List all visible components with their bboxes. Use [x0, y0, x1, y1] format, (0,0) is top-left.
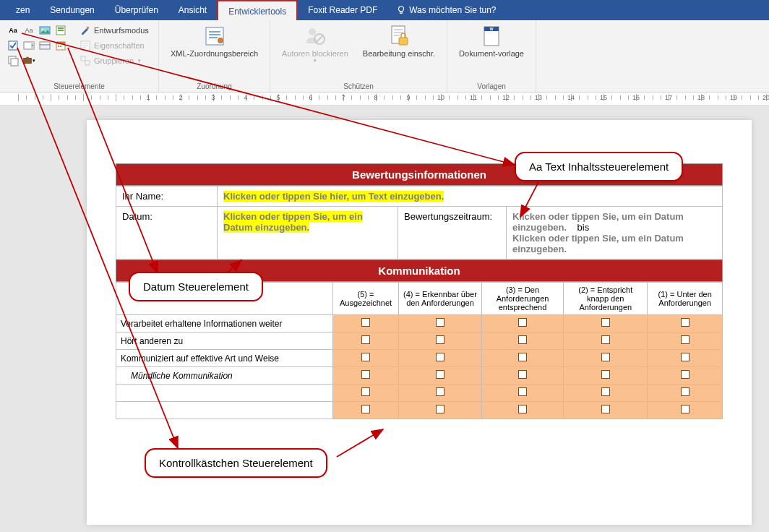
- table-row: [116, 385, 723, 402]
- communication-table: (5) = Ausgezeichnet (4) = Erkennbar über…: [116, 282, 723, 419]
- svg-rect-14: [58, 46, 59, 47]
- checkbox-cell[interactable]: [481, 367, 563, 385]
- checkbox-cell[interactable]: [564, 367, 648, 385]
- tab-zen[interactable]: zen: [6, 0, 40, 20]
- checkbox-cell[interactable]: [481, 332, 563, 350]
- document-template-button[interactable]: W Dokument-vorlage: [453, 23, 530, 58]
- row-label: Verarbeitet erhaltene Informationen weit…: [116, 315, 333, 332]
- plain-text-control-icon[interactable]: Aa: [22, 23, 36, 38]
- date-label: Datum:: [116, 207, 218, 259]
- period-field[interactable]: Klicken oder tippen Sie, um ein Datum ei…: [507, 207, 723, 259]
- tell-me-label: Was möchten Sie tun?: [409, 5, 496, 15]
- building-block-control-icon[interactable]: [53, 23, 68, 38]
- svg-rect-6: [58, 30, 64, 31]
- checkbox-cell[interactable]: [333, 402, 399, 419]
- checkbox-cell[interactable]: [333, 367, 399, 385]
- tab-foxit[interactable]: Foxit Reader PDF: [298, 0, 387, 20]
- properties-label: Eigenschaften: [94, 41, 145, 50]
- restrict-editing-button[interactable]: Bearbeitung einschr.: [357, 23, 441, 64]
- checkbox-cell[interactable]: [399, 385, 482, 402]
- combobox-control-icon[interactable]: [22, 38, 36, 53]
- block-authors-label: Autoren blockieren: [282, 49, 348, 58]
- group-protect-label: Schützen: [276, 81, 441, 90]
- comm-col-1: (1) = Unter den Anforderungen: [648, 283, 723, 315]
- checkbox-icon: [681, 370, 689, 379]
- checkbox-cell[interactable]: [648, 315, 723, 332]
- checkbox-cell[interactable]: [333, 350, 399, 367]
- comm-col-2: (2) = Entspricht knapp den Anforderungen: [564, 283, 648, 315]
- checkbox-cell[interactable]: [564, 402, 648, 419]
- properties-icon: [80, 40, 91, 51]
- checkbox-cell[interactable]: [333, 385, 399, 402]
- checkbox-cell[interactable]: [564, 315, 648, 332]
- design-mode-label: Entwurfsmodus: [94, 26, 149, 35]
- row-label: Mündliche Kommunikation: [116, 367, 333, 385]
- checkbox-cell[interactable]: [481, 402, 563, 419]
- checkbox-cell[interactable]: [399, 350, 482, 367]
- callout-text-control: Aa Text Inhaltssteuerelement: [515, 152, 683, 181]
- checkbox-cell[interactable]: [648, 350, 723, 367]
- picture-control-icon[interactable]: [38, 23, 52, 38]
- checkbox-cell[interactable]: [399, 332, 482, 350]
- checkbox-cell[interactable]: [399, 402, 482, 419]
- checkbox-icon: [681, 353, 689, 361]
- checkbox-cell[interactable]: [481, 350, 563, 367]
- checkbox-icon: [601, 353, 610, 361]
- tell-me[interactable]: Was möchten Sie tun?: [387, 5, 504, 15]
- group-controls-label: Steuerelemente: [6, 81, 152, 90]
- tab-sendungen[interactable]: Sendungen: [40, 0, 104, 20]
- xml-mapping-button[interactable]: XML-Zuordnungsbereich: [165, 23, 264, 58]
- checkbox-icon: [436, 370, 444, 379]
- date-field[interactable]: Klicken oder tippen Sie, um ein Datum ei…: [218, 207, 398, 259]
- design-mode-button[interactable]: Entwurfsmodus: [77, 23, 152, 38]
- checkbox-cell[interactable]: [399, 315, 482, 332]
- row-label: [116, 402, 333, 419]
- checkbox-cell[interactable]: [648, 332, 723, 350]
- checkbox-cell[interactable]: [399, 367, 482, 385]
- dropdown-control-icon[interactable]: [38, 38, 52, 53]
- name-field[interactable]: Klicken oder tippen Sie hier, um Text ei…: [218, 186, 723, 207]
- tab-ueberpruefen[interactable]: Überprüfen: [105, 0, 168, 20]
- row-label: Kommuniziert auf effektive Art und Weise: [116, 350, 333, 367]
- group-mapping: XML-Zuordnungsbereich Zuordnung: [159, 20, 270, 92]
- checkbox-icon: [436, 335, 444, 344]
- checkbox-control-icon[interactable]: [6, 38, 20, 53]
- checkbox-cell[interactable]: [648, 385, 723, 402]
- comm-col-4: (4) = Erkennbar über den Anforderungen: [399, 283, 482, 315]
- svg-rect-18: [24, 59, 32, 64]
- svg-rect-15: [60, 46, 61, 47]
- svg-rect-19: [26, 57, 29, 59]
- properties-button[interactable]: Eigenschaften: [77, 38, 152, 53]
- checkbox-cell[interactable]: [333, 332, 399, 350]
- checkbox-cell[interactable]: [481, 315, 563, 332]
- checkbox-cell[interactable]: [564, 350, 648, 367]
- checkbox-cell[interactable]: [481, 385, 563, 402]
- group-templates: W Dokument-vorlage Vorlagen: [447, 20, 536, 92]
- checkbox-cell[interactable]: [648, 367, 723, 385]
- date-picker-control-icon[interactable]: [53, 38, 68, 53]
- period-from-placeholder: Klicken oder tippen Sie, um ein Datum ei…: [512, 211, 684, 233]
- legacy-tools-icon[interactable]: ▾: [22, 53, 36, 68]
- block-authors-button[interactable]: Autoren blockieren▾: [276, 23, 354, 64]
- checkbox-icon: [436, 387, 444, 396]
- checkbox-cell[interactable]: [648, 402, 723, 419]
- repeating-section-control-icon[interactable]: [6, 53, 20, 68]
- svg-rect-10: [40, 42, 50, 45]
- checkbox-cell[interactable]: [333, 315, 399, 332]
- rich-text-control-icon[interactable]: Aa: [6, 23, 20, 38]
- checkbox-icon: [601, 335, 610, 344]
- svg-rect-5: [58, 27, 64, 29]
- ribbon-tabs: zen Sendungen Überprüfen Ansicht Entwick…: [0, 0, 769, 20]
- period-bis: bis: [577, 222, 590, 233]
- restrict-editing-icon: [387, 25, 411, 48]
- group-label: Gruppieren: [94, 56, 134, 65]
- checkbox-cell[interactable]: [564, 332, 648, 350]
- document-template-icon: W: [480, 25, 503, 48]
- checkbox-icon: [601, 387, 610, 396]
- group-button[interactable]: Gruppieren▾: [77, 53, 152, 68]
- tab-ansicht[interactable]: Ansicht: [168, 0, 217, 20]
- ruler[interactable]: 1234567891011121314151617181920: [0, 93, 769, 106]
- tab-entwicklertools[interactable]: Entwicklertools: [217, 0, 298, 20]
- checkbox-icon: [601, 405, 610, 413]
- checkbox-cell[interactable]: [564, 385, 648, 402]
